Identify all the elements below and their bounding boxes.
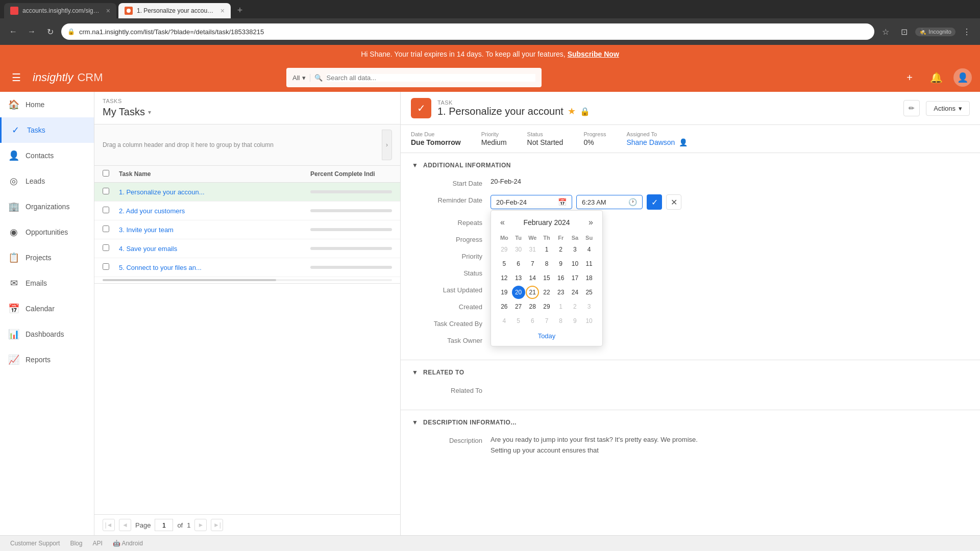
description-header[interactable]: ▼ DESCRIPTION INFORMATIO... <box>411 418 970 427</box>
cal-day[interactable]: 5 <box>512 314 525 328</box>
add-button[interactable]: + <box>900 68 919 87</box>
tab2-close[interactable]: × <box>220 7 225 15</box>
cal-day[interactable]: 6 <box>526 314 539 328</box>
task-star-button[interactable]: ★ <box>568 106 576 117</box>
task1-checkbox[interactable] <box>103 188 109 194</box>
cal-day[interactable]: 6 <box>512 257 525 270</box>
cal-day[interactable]: 31 <box>526 243 539 256</box>
sidebar-item-contacts[interactable]: 👤 Contacts <box>0 143 94 168</box>
panel-toggle-button[interactable]: › <box>382 130 392 160</box>
cal-day[interactable]: 24 <box>568 286 581 299</box>
cal-day[interactable]: 23 <box>554 286 568 299</box>
task2-checkbox[interactable] <box>103 207 109 213</box>
sidebar-item-emails[interactable]: ✉ Emails <box>0 270 94 296</box>
task3-checkbox[interactable] <box>103 226 109 232</box>
footer-customer-support[interactable]: Customer Support <box>10 540 60 547</box>
back-button[interactable]: ← <box>6 24 20 39</box>
sidebar-item-opportunities[interactable]: ◉ Opportunities <box>0 219 94 245</box>
calendar-next-button[interactable]: » <box>585 217 596 228</box>
new-tab-button[interactable]: + <box>233 3 247 17</box>
task-row[interactable]: 3. Invite your team <box>94 220 400 239</box>
cal-day[interactable]: 10 <box>568 257 581 270</box>
cal-day[interactable]: 7 <box>540 314 553 328</box>
search-input[interactable] <box>327 74 536 82</box>
task-row[interactable]: 5. Connect to your files an... <box>94 258 400 277</box>
cal-day[interactable]: 14 <box>526 271 539 285</box>
address-bar[interactable]: 🔒 crm.na1.insightly.com/list/Task/?blade… <box>61 23 874 40</box>
bookmark-button[interactable]: ☆ <box>878 24 893 39</box>
sidebar-item-calendar[interactable]: 📅 Calendar <box>0 296 94 321</box>
task2-link[interactable]: 2. Add your customers <box>119 207 185 215</box>
task-row[interactable]: 2. Add your customers <box>94 202 400 220</box>
cast-button[interactable]: ⊡ <box>897 24 911 39</box>
task1-link[interactable]: 1. Personalize your accoun... <box>119 188 205 196</box>
refresh-button[interactable]: ↻ <box>43 24 57 39</box>
cal-day[interactable]: 2 <box>568 300 581 313</box>
confirm-reminder-button[interactable]: ✓ <box>647 194 662 210</box>
calendar-open-icon[interactable]: 📅 <box>558 198 567 206</box>
tab1-close[interactable]: × <box>106 7 110 15</box>
cal-day[interactable]: 30 <box>512 243 525 256</box>
select-all-checkbox[interactable] <box>103 170 109 177</box>
cal-day[interactable]: 19 <box>498 286 511 299</box>
cal-day[interactable]: 9 <box>554 257 568 270</box>
task4-link[interactable]: 4. Save your emails <box>119 245 177 253</box>
task-row[interactable]: 1. Personalize your accoun... <box>94 183 400 202</box>
related-to-header[interactable]: ▼ RELATED TO <box>411 368 970 377</box>
date-input[interactable]: 20-Feb-24 📅 <box>491 195 572 209</box>
user-avatar[interactable]: 👤 <box>953 68 972 87</box>
cal-day[interactable]: 13 <box>512 271 525 285</box>
cal-day[interactable]: 10 <box>582 314 596 328</box>
cal-day[interactable]: 3 <box>568 243 581 256</box>
sidebar-item-tasks[interactable]: ✓ Tasks <box>0 117 94 143</box>
cal-day[interactable]: 22 <box>540 286 553 299</box>
cal-day-highlighted[interactable]: 21 <box>526 286 539 299</box>
cal-day[interactable]: 3 <box>582 300 596 313</box>
cal-day[interactable]: 8 <box>540 257 553 270</box>
panel-title-dropdown[interactable]: ▾ <box>148 109 151 116</box>
footer-android[interactable]: 🤖 Android <box>113 540 143 547</box>
cal-day[interactable]: 1 <box>554 300 568 313</box>
sidebar-item-reports[interactable]: 📈 Reports <box>0 347 94 372</box>
hamburger-button[interactable]: ☰ <box>8 69 24 86</box>
sidebar-item-projects[interactable]: 📋 Projects <box>0 245 94 270</box>
task-row[interactable]: 4. Save your emails <box>94 239 400 258</box>
cal-day[interactable]: 9 <box>568 314 581 328</box>
page-number-input[interactable] <box>155 519 173 531</box>
calendar-today-button[interactable]: Today <box>497 332 596 340</box>
cal-day[interactable]: 25 <box>582 286 596 299</box>
cal-day[interactable]: 27 <box>512 300 525 313</box>
task4-checkbox[interactable] <box>103 244 109 251</box>
calendar-prev-button[interactable]: « <box>497 217 508 228</box>
cal-day[interactable]: 7 <box>526 257 539 270</box>
sidebar-item-dashboards[interactable]: 📊 Dashboards <box>0 321 94 347</box>
search-all-dropdown[interactable]: All ▾ <box>292 74 310 82</box>
sidebar-item-organizations[interactable]: 🏢 Organizations <box>0 194 94 219</box>
browser-tab-1[interactable]: accounts.insightly.com/signup/ × <box>4 3 116 18</box>
browser-tab-2[interactable]: 1. Personalize your account - Int × <box>118 3 231 18</box>
sidebar-item-leads[interactable]: ◎ Leads <box>0 168 94 194</box>
cal-day[interactable]: 28 <box>526 300 539 313</box>
sidebar-item-home[interactable]: 🏠 Home <box>0 92 94 117</box>
cal-day[interactable]: 26 <box>498 300 511 313</box>
task5-link[interactable]: 5. Connect to your files an... <box>119 264 202 271</box>
cal-day[interactable]: 17 <box>568 271 581 285</box>
cal-day-selected[interactable]: 20 <box>512 286 525 299</box>
next-page-button[interactable]: ► <box>194 519 207 531</box>
cal-day[interactable]: 29 <box>498 243 511 256</box>
cal-day[interactable]: 4 <box>498 314 511 328</box>
cal-day[interactable]: 1 <box>540 243 553 256</box>
today-link[interactable]: Today <box>538 332 556 340</box>
cal-day[interactable]: 2 <box>554 243 568 256</box>
subscribe-link[interactable]: Subscribe Now <box>568 50 619 58</box>
prev-page-button[interactable]: ◄ <box>119 519 131 531</box>
task-actions-button[interactable]: Actions ▾ <box>926 101 970 116</box>
task5-checkbox[interactable] <box>103 263 109 270</box>
notifications-button[interactable]: 🔔 <box>927 68 945 87</box>
cal-day[interactable]: 4 <box>582 243 596 256</box>
cal-day[interactable]: 11 <box>582 257 596 270</box>
first-page-button[interactable]: |◄ <box>103 519 115 531</box>
menu-button[interactable]: ⋮ <box>960 24 974 39</box>
cal-day[interactable]: 16 <box>554 271 568 285</box>
cal-day[interactable]: 18 <box>582 271 596 285</box>
